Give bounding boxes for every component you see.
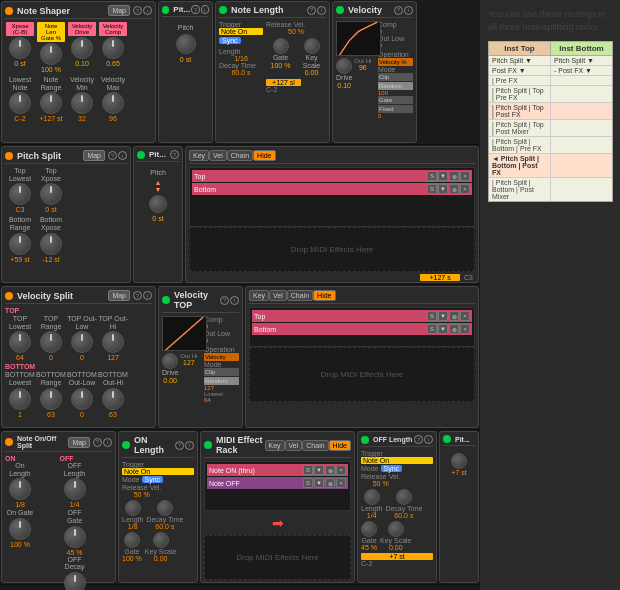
pit1-q[interactable]: ? [191, 5, 199, 14]
midi-rack-dot[interactable] [204, 441, 212, 449]
note-length-info[interactable]: i [317, 6, 326, 15]
vc-s1[interactable]: S [427, 311, 437, 321]
chain-btn[interactable]: Chain [227, 150, 253, 161]
vc-l1[interactable]: ⊗ [449, 311, 459, 321]
ofl-gate-knob[interactable] [361, 521, 377, 537]
onoff-q[interactable]: ? [93, 438, 102, 447]
vel-top-drive-knob[interactable] [162, 353, 178, 369]
note-range-knob[interactable] [40, 92, 62, 114]
note-shaper-q-icon[interactable]: ? [133, 6, 142, 15]
pitch-split-dot[interactable] [5, 152, 13, 160]
ci-lock2[interactable]: ⊗ [449, 184, 459, 194]
note-length-dot[interactable] [219, 6, 227, 14]
off-length-info[interactable]: i [424, 435, 433, 444]
ofl-key-knob[interactable] [388, 521, 404, 537]
vel-split-q[interactable]: ? [133, 291, 142, 300]
ps-bottom-range-knob[interactable] [9, 233, 31, 255]
note-len-knob[interactable] [40, 43, 62, 65]
mr-vel-btn[interactable]: Vel [285, 440, 303, 451]
routing-cell-1-0[interactable]: Post FX ▼ [489, 66, 551, 75]
mr-l1[interactable]: ⊗ [325, 465, 335, 475]
vel-chain-row-top[interactable]: Top S ▼ ⊗ × [252, 310, 472, 322]
note-shaper-info-icon[interactable]: i [143, 6, 152, 15]
mr-l2[interactable]: ⊗ [325, 478, 335, 488]
on-length-dot[interactable] [122, 441, 130, 449]
pit1-dot[interactable] [162, 6, 169, 14]
vel-split-info[interactable]: i [143, 291, 152, 300]
onoff-map-btn[interactable]: Map [68, 437, 90, 448]
vc-f2[interactable]: ▼ [438, 324, 448, 334]
velocity-dot[interactable] [336, 6, 344, 14]
ol-len-knob[interactable] [125, 500, 141, 516]
pit3-dot[interactable] [443, 435, 451, 443]
vel-top-info[interactable]: i [230, 296, 239, 305]
vel-q[interactable]: ? [394, 6, 403, 15]
ci-del[interactable]: × [460, 171, 470, 181]
pitch-split-map-btn[interactable]: Map [83, 150, 105, 161]
vel-drive-knob[interactable] [71, 37, 93, 59]
routing-cell-1-1[interactable]: - Post FX ▼ [551, 66, 612, 75]
note-shaper-dot[interactable] [5, 7, 13, 15]
off-gate-knob[interactable] [64, 526, 86, 548]
off-length-dot[interactable] [361, 436, 369, 444]
vel-btn[interactable]: Vel [209, 150, 227, 161]
pitch1-knob[interactable] [176, 34, 196, 54]
vs-bot-outlow-knob[interactable] [71, 388, 93, 410]
hide-btn[interactable]: Hide [253, 150, 275, 161]
onoff-dot[interactable] [5, 438, 13, 446]
ci-fold[interactable]: ▼ [438, 171, 448, 181]
vel-top-q[interactable]: ? [220, 296, 229, 305]
chain-row-top[interactable]: Top S ▼ ⊗ × [192, 170, 472, 182]
vc-d2[interactable]: × [460, 324, 470, 334]
off-decay-knob[interactable] [64, 572, 86, 590]
note-shaper-map-btn[interactable]: Map [108, 5, 130, 16]
vel-top-dot[interactable] [162, 296, 170, 304]
vel-info[interactable]: i [404, 6, 413, 15]
ol-key-knob[interactable] [153, 532, 169, 548]
ol-decay-knob[interactable] [157, 500, 173, 516]
pitch-split-q[interactable]: ? [108, 151, 117, 160]
ol-sync-btn[interactable]: Sync [142, 476, 164, 483]
gate-knob[interactable] [273, 38, 289, 54]
mr-f2[interactable]: ▼ [314, 478, 324, 488]
vc-d1[interactable]: × [460, 311, 470, 321]
ci-fold2[interactable]: ▼ [438, 184, 448, 194]
xpose-knob[interactable] [9, 37, 31, 59]
routing-cell-4[interactable]: | Pitch Split | Top | Post FX [489, 103, 551, 119]
on-length-info[interactable]: i [185, 441, 194, 450]
ofl-sync-btn[interactable]: Sync [381, 465, 403, 472]
off-length-q[interactable]: ? [414, 435, 423, 444]
mr-key-btn[interactable]: Key [265, 440, 285, 451]
pitch2-knob[interactable] [149, 195, 167, 213]
midi-noteon-chain[interactable]: Note ON (thru) S ▼ ⊗ × [207, 464, 348, 476]
ci-s[interactable]: S [427, 171, 437, 181]
mr-f1[interactable]: ▼ [314, 465, 324, 475]
vel-max-knob[interactable] [102, 92, 124, 114]
mr-hide-btn[interactable]: Hide [329, 440, 351, 451]
onoff-info[interactable]: i [103, 438, 112, 447]
vel-key-btn[interactable]: Key [249, 290, 269, 301]
on-length-knob[interactable] [9, 478, 31, 500]
mr-d2[interactable]: × [336, 478, 346, 488]
vel-split-map-btn[interactable]: Map [108, 290, 130, 301]
vel-hide-btn[interactable]: Hide [313, 290, 335, 301]
key-scale-knob[interactable] [304, 38, 320, 54]
key-btn[interactable]: Key [189, 150, 209, 161]
mr-d1[interactable]: × [336, 465, 346, 475]
vel-min-knob[interactable] [71, 92, 93, 114]
vs-top-lowest-knob[interactable] [9, 331, 31, 353]
pit1-info[interactable]: i [201, 5, 209, 14]
midi-noteoff-chain[interactable]: Note OFF S ▼ ⊗ × [207, 477, 348, 489]
ci-s2[interactable]: S [427, 184, 437, 194]
vs-top-outlow-knob[interactable] [71, 331, 93, 353]
mr-s2[interactable]: S [303, 478, 313, 488]
vel-chain-btn[interactable]: Chain [287, 290, 313, 301]
vs-bot-outhi-knob[interactable] [102, 388, 124, 410]
vs-bot-lowest-knob[interactable] [9, 388, 31, 410]
vc-l2[interactable]: ⊗ [449, 324, 459, 334]
routing-cell-0-1[interactable]: Pitch Split ▼ [551, 56, 612, 65]
vs-top-range-knob[interactable] [40, 331, 62, 353]
routing-cell-0-0[interactable]: Pitch Split ▼ [489, 56, 551, 65]
ci-del2[interactable]: × [460, 184, 470, 194]
ps-top-xpose-knob[interactable] [40, 183, 62, 205]
